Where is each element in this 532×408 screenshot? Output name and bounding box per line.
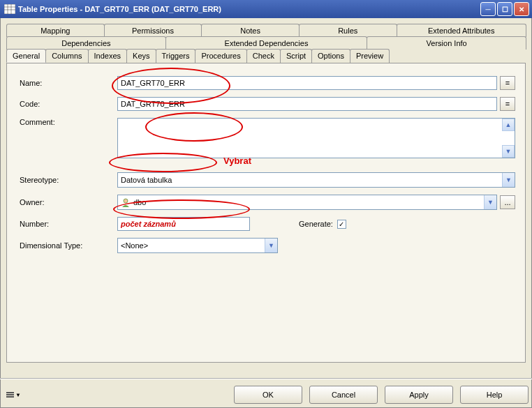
dimensional-type-select[interactable]: <None> ▼ (117, 238, 278, 253)
tab-columns[interactable]: Columns (45, 49, 88, 63)
stereotype-value: Datová tabulka (121, 176, 172, 184)
scroll-down-icon[interactable]: ▼ (502, 145, 515, 158)
titlebar: Table Properties - DAT_GRT70_ERR (DAT_GR… (0, 0, 532, 18)
tab-preview[interactable]: Preview (350, 49, 390, 63)
tab-general[interactable]: General (6, 49, 46, 63)
menu-button[interactable]: ▼ (5, 387, 22, 402)
dimensional-type-label: Dimensional Type: (20, 241, 117, 250)
close-button[interactable]: ✕ (514, 2, 529, 16)
tab-mapping[interactable]: Mapping (6, 24, 105, 37)
stereotype-label: Stereotype: (20, 176, 117, 184)
code-label: Code: (20, 100, 117, 108)
comment-label: Comment: (20, 118, 117, 126)
ok-button[interactable]: OK (234, 386, 302, 404)
tab-rules[interactable]: Rules (299, 24, 397, 37)
tab-row-3: General Columns Indexes Keys Triggers Pr… (6, 49, 526, 63)
owner-value: dbo (133, 198, 146, 206)
minimize-button[interactable]: ─ (480, 2, 496, 16)
table-icon (4, 4, 15, 14)
chevron-down-icon: ▼ (502, 173, 515, 187)
scroll-up-icon[interactable]: ▲ (502, 119, 515, 131)
code-sync-button[interactable]: = (500, 97, 515, 111)
owner-browse-button[interactable]: ... (500, 195, 515, 209)
tab-dependencies[interactable]: Dependencies (6, 36, 166, 50)
svg-rect-7 (6, 394, 14, 395)
maximize-button[interactable]: ☐ (497, 2, 512, 16)
general-panel: Name: = Code: = Comment: ▲ ▼ Stereotype:… (6, 63, 526, 363)
tab-notes[interactable]: Notes (201, 24, 300, 37)
tab-indexes[interactable]: Indexes (88, 49, 128, 63)
name-label: Name: (20, 79, 117, 87)
tab-options[interactable]: Options (311, 49, 350, 63)
apply-button[interactable]: Apply (385, 386, 453, 404)
tab-procedures[interactable]: Procedures (195, 49, 246, 63)
tab-check[interactable]: Check (246, 49, 281, 63)
tab-triggers[interactable]: Triggers (156, 49, 196, 63)
dimensional-type-value: <None> (121, 241, 148, 250)
tab-keys[interactable]: Keys (126, 49, 156, 63)
number-input[interactable] (117, 217, 250, 231)
footer-bar: ▼ OK Cancel Apply Help (0, 378, 532, 407)
tab-script[interactable]: Script (280, 49, 312, 63)
tab-version-info[interactable]: Version Info (367, 36, 526, 50)
window-title: Table Properties - DAT_GRT70_ERR (DAT_GR… (18, 5, 480, 13)
chevron-down-icon: ▼ (265, 239, 277, 252)
name-sync-button[interactable]: = (500, 76, 515, 90)
tab-extended-dependencies[interactable]: Extended Dependencies (165, 36, 368, 50)
tab-row-1: Mapping Permissions Notes Rules Extended… (6, 24, 526, 37)
owner-select[interactable]: dbo ▼ (117, 195, 497, 210)
user-icon (121, 197, 131, 207)
svg-rect-0 (4, 4, 15, 14)
tab-permissions[interactable]: Permissions (104, 24, 202, 37)
number-label: Number: (20, 220, 117, 228)
code-input[interactable] (117, 97, 497, 111)
tab-row-2: Dependencies Extended Dependencies Versi… (6, 36, 526, 50)
comment-textarea[interactable]: ▲ ▼ (117, 118, 515, 158)
svg-point-5 (124, 199, 128, 203)
stereotype-select[interactable]: Datová tabulka ▼ (117, 172, 515, 188)
owner-label: Owner: (20, 198, 117, 206)
cancel-button[interactable]: Cancel (309, 386, 378, 404)
svg-rect-8 (6, 396, 14, 398)
generate-checkbox[interactable]: ✓ (337, 220, 346, 229)
chevron-down-icon: ▼ (484, 195, 496, 209)
generate-label: Generate: (299, 220, 333, 228)
svg-rect-6 (6, 392, 14, 393)
tab-extended-attributes[interactable]: Extended Attributes (397, 24, 526, 37)
help-button[interactable]: Help (460, 386, 529, 404)
chevron-down-icon: ▼ (15, 392, 21, 398)
name-input[interactable] (117, 76, 497, 90)
